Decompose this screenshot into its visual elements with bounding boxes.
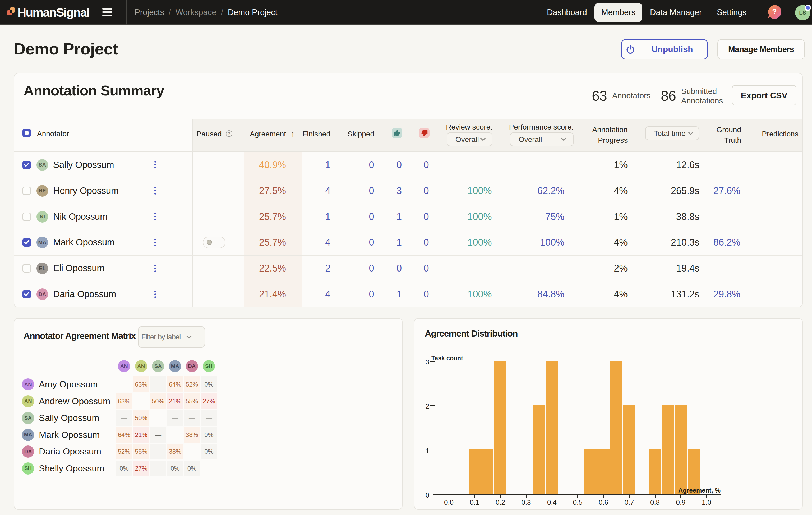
svg-text:?: ? <box>772 7 777 16</box>
